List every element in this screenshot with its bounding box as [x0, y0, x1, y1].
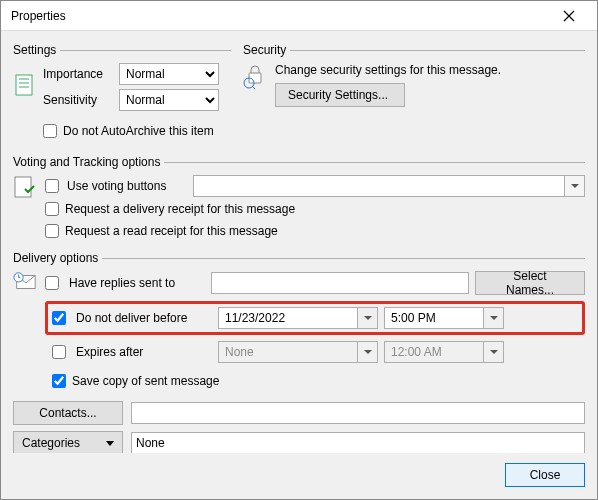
read-receipt-label: Request a read receipt for this message — [65, 224, 278, 238]
expires-checkbox[interactable] — [52, 345, 66, 359]
save-copy-label: Save copy of sent message — [72, 374, 219, 388]
have-replies-field[interactable] — [211, 272, 469, 294]
contacts-field[interactable] — [131, 402, 585, 424]
security-desc: Change security settings for this messag… — [275, 63, 501, 77]
save-copy-checkbox[interactable] — [52, 374, 66, 388]
chevron-down-icon — [483, 342, 503, 362]
close-icon[interactable] — [549, 2, 589, 30]
window-title: Properties — [11, 9, 549, 23]
categories-field[interactable]: None — [131, 432, 585, 453]
security-group: Security Change security settings for th… — [243, 43, 585, 143]
autoarchive-label: Do not AutoArchive this item — [63, 124, 214, 138]
chevron-down-icon — [483, 308, 503, 328]
do-not-deliver-time[interactable]: 5:00 PM — [384, 307, 504, 329]
do-not-deliver-row: Do not deliver before 11/23/2022 5:00 PM — [45, 301, 585, 335]
contacts-button[interactable]: Contacts... — [13, 401, 123, 425]
voting-group: Voting and Tracking options Use voting b… — [13, 155, 585, 243]
properties-dialog: Properties Settings I — [0, 0, 598, 500]
svg-line-6 — [252, 86, 255, 89]
do-not-deliver-checkbox[interactable] — [52, 311, 66, 325]
importance-label: Importance — [43, 67, 113, 81]
categories-button[interactable]: Categories — [13, 431, 123, 453]
use-voting-label: Use voting buttons — [67, 179, 187, 193]
sensitivity-label: Sensitivity — [43, 93, 113, 107]
do-not-deliver-date[interactable]: 11/23/2022 — [218, 307, 378, 329]
dialog-footer: Close — [1, 453, 597, 499]
voting-legend: Voting and Tracking options — [13, 155, 164, 169]
delivery-legend: Delivery options — [13, 251, 102, 265]
voting-icon — [13, 175, 37, 201]
settings-icon — [13, 73, 37, 101]
delivery-receipt-label: Request a delivery receipt for this mess… — [65, 202, 295, 216]
settings-group: Settings Importance Normal Sensitivity N… — [13, 43, 231, 143]
importance-select[interactable]: Normal — [119, 63, 219, 85]
expires-time[interactable]: 12:00 AM — [384, 341, 504, 363]
security-settings-button[interactable]: Security Settings... — [275, 83, 405, 107]
svg-rect-7 — [15, 177, 31, 197]
delivery-receipt-checkbox[interactable] — [45, 202, 59, 216]
chevron-down-icon — [564, 176, 584, 196]
svg-rect-0 — [16, 75, 32, 95]
expires-label: Expires after — [76, 345, 212, 359]
sensitivity-select[interactable]: Normal — [119, 89, 219, 111]
autoarchive-checkbox[interactable] — [43, 124, 57, 138]
expires-date[interactable]: None — [218, 341, 378, 363]
do-not-deliver-label: Do not deliver before — [76, 311, 212, 325]
security-legend: Security — [243, 43, 290, 57]
use-voting-checkbox[interactable] — [45, 179, 59, 193]
have-replies-label: Have replies sent to — [69, 276, 205, 290]
titlebar: Properties — [1, 1, 597, 31]
select-names-button[interactable]: Select Names... — [475, 271, 585, 295]
close-button[interactable]: Close — [505, 463, 585, 487]
chevron-down-icon — [357, 308, 377, 328]
delivery-icon — [13, 271, 37, 293]
delivery-group: Delivery options Have replies sent to — [13, 251, 585, 393]
read-receipt-checkbox[interactable] — [45, 224, 59, 238]
chevron-down-icon — [357, 342, 377, 362]
settings-legend: Settings — [13, 43, 60, 57]
caret-down-icon — [106, 441, 114, 446]
voting-buttons-combo[interactable] — [193, 175, 585, 197]
have-replies-checkbox[interactable] — [45, 276, 59, 290]
security-icon — [243, 63, 267, 89]
